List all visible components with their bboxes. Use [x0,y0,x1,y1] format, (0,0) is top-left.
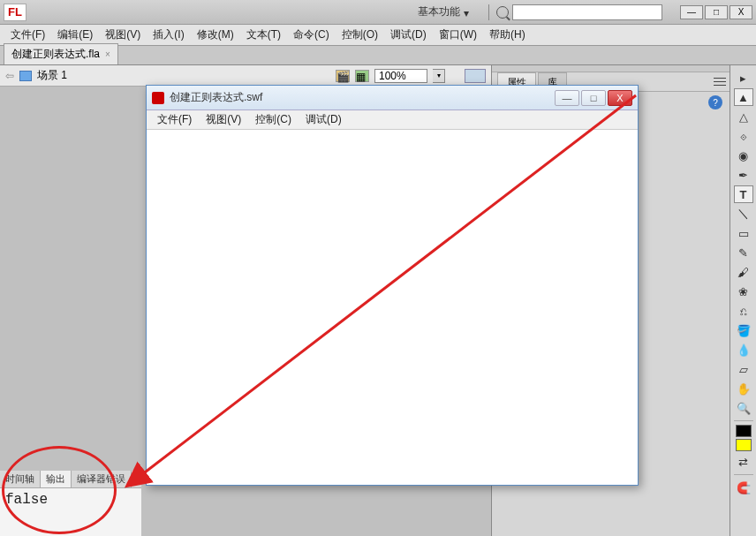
swf-close-button[interactable]: X [608,90,632,106]
swap-colors-icon[interactable]: ⇄ [734,453,753,471]
workspace-selector[interactable]: 基本功能 ▾ [418,4,474,19]
workspace-label: 基本功能 [418,4,460,19]
hand-tool-icon[interactable]: ✋ [734,380,753,397]
document-tabs: 创建正则表达式.fla × [0,46,756,65]
menu-edit[interactable]: 编辑(E) [52,26,98,44]
menu-help[interactable]: 帮助(H) [484,26,531,44]
zoom-tool-icon[interactable]: 🔍 [734,399,753,417]
swf-app-icon [152,92,164,104]
selection-tool-icon[interactable]: ▲ [734,88,753,106]
document-tab[interactable]: 创建正则表达式.fla × [4,43,118,64]
toolbox: ▸ ▲ △ ⟐ ◉ ✒ T ＼ ▭ ✎ 🖌 ❀ ⎌ 🪣 💧 ▱ ✋ 🔍 ⇄ 🧲 [730,65,756,536]
swf-maximize-button[interactable]: □ [581,90,606,106]
menu-text[interactable]: 文本(T) [241,26,286,44]
text-tool-icon[interactable]: T [734,185,753,203]
zoom-dropdown[interactable]: ▾ [433,69,445,83]
swf-menubar: 文件(F) 视图(V) 控制(C) 调试(D) [147,110,638,130]
document-tab-label: 创建正则表达式.fla [11,47,100,62]
swf-player-window[interactable]: 创建正则表达式.swf — □ X 文件(F) 视图(V) 控制(C) 调试(D… [146,85,639,486]
menu-insert[interactable]: 插入(I) [147,26,189,44]
scene-icon [19,71,32,81]
app-titlebar: FL 基本功能 ▾ — □ X [0,0,756,25]
paint-bucket-tool-icon[interactable]: 🪣 [734,321,753,339]
bone-tool-icon[interactable]: ⎌ [734,302,753,320]
swf-menu-file[interactable]: 文件(F) [152,110,197,129]
menu-debug[interactable]: 调试(D) [385,26,432,44]
eyedropper-tool-icon[interactable]: 💧 [734,341,753,359]
stage-header: ⇦ 场景 1 🎬 ▦ 100% ▾ [0,65,491,87]
swf-title-text: 创建正则表达式.swf [170,90,555,105]
zoom-field[interactable]: 100% [374,69,427,83]
tab-output[interactable]: 输出 [41,471,72,487]
output-text: false [0,488,141,511]
swf-minimize-button[interactable]: — [555,90,579,106]
pencil-tool-icon[interactable]: ✎ [734,244,753,261]
edit-symbols-icon[interactable]: ▦ [355,70,369,82]
menu-modify[interactable]: 修改(M) [192,26,239,44]
free-transform-tool-icon[interactable]: ⟐ [734,127,753,145]
fill-color-swatch[interactable] [736,439,752,451]
help-icon[interactable]: ? [708,95,722,109]
menu-file[interactable]: 文件(F) [5,26,50,44]
search-input[interactable] [512,4,662,20]
menu-view[interactable]: 视图(V) [100,26,146,44]
swf-menu-view[interactable]: 视图(V) [200,110,246,129]
close-button[interactable]: X [730,5,752,19]
collapse-icon[interactable]: ▸ [734,69,753,87]
swf-menu-debug[interactable]: 调试(D) [300,110,347,129]
tab-timeline[interactable]: 时间轴 [0,471,41,487]
maximize-button[interactable]: □ [705,5,728,19]
swf-menu-control[interactable]: 控制(C) [250,110,297,129]
search-icon [496,6,509,19]
eraser-tool-icon[interactable]: ▱ [734,360,753,378]
deco-tool-icon[interactable]: ❀ [734,283,753,300]
lasso-tool-icon[interactable]: ◉ [734,147,753,164]
chevron-down-icon: ▾ [464,7,474,18]
close-tab-icon[interactable]: × [105,49,110,59]
minimize-button[interactable]: — [680,5,703,19]
menu-control[interactable]: 控制(O) [336,26,383,44]
tab-compiler-errors[interactable]: 编译器错误 [72,471,132,487]
bottom-panel: 时间轴 输出 编译器错误 false [0,471,141,536]
rectangle-tool-icon[interactable]: ▭ [734,224,753,242]
snap-icon[interactable]: 🧲 [734,479,753,496]
back-arrow-icon[interactable]: ⇦ [5,70,14,82]
subselection-tool-icon[interactable]: △ [734,108,753,125]
scene-label: 场景 1 [37,68,67,83]
menu-window[interactable]: 窗口(W) [434,26,482,44]
app-logo: FL [4,4,26,21]
pen-tool-icon[interactable]: ✒ [734,166,753,184]
menu-commands[interactable]: 命令(C) [288,26,335,44]
line-tool-icon[interactable]: ＼ [734,205,753,223]
edit-scene-icon[interactable]: 🎬 [336,70,350,82]
swf-titlebar[interactable]: 创建正则表达式.swf — □ X [147,86,638,110]
stage-color-icon[interactable] [465,69,486,83]
swf-stage [147,130,638,485]
panel-menu-icon[interactable] [714,76,726,87]
brush-tool-icon[interactable]: 🖌 [734,263,753,281]
stroke-color-swatch[interactable] [736,425,752,437]
zoom-value: 100% [379,70,406,82]
